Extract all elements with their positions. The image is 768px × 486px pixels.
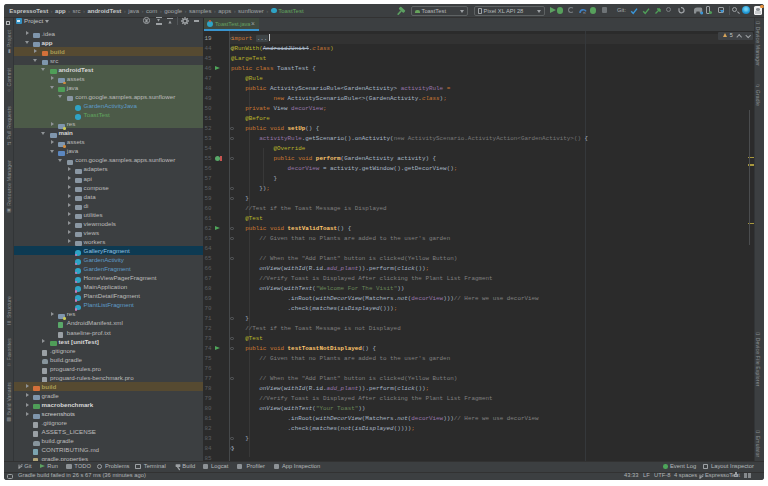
svg-text:n: n (583, 10, 585, 15)
